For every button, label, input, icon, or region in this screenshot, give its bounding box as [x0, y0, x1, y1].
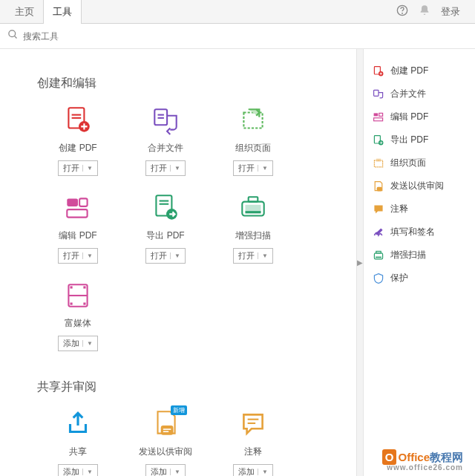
tool-open-button[interactable]: 打开▼ [233, 160, 273, 176]
svg-rect-31 [163, 431, 168, 432]
tool-send-review[interactable]: 新增 发送以供审阅 添加▼ [122, 408, 209, 476]
rich-media-icon [62, 280, 94, 311]
tool-edit-pdf[interactable]: 编辑 PDF 打开▼ [34, 192, 122, 264]
tab-tools[interactable]: 工具 [43, 0, 82, 24]
svg-rect-43 [376, 158, 381, 161]
svg-rect-30 [163, 428, 171, 430]
svg-rect-5 [72, 114, 82, 116]
tool-export-pdf[interactable]: 导出 PDF 打开▼ [122, 192, 209, 264]
send-review-icon [373, 180, 384, 192]
sidebar-item-label: 发送以供审阅 [390, 180, 444, 192]
svg-rect-45 [374, 252, 382, 258]
svg-rect-47 [376, 256, 381, 258]
top-bar: 主页 工具 登录 [0, 0, 475, 24]
svg-rect-28 [83, 302, 85, 304]
svg-rect-44 [377, 186, 382, 191]
combine-icon [150, 105, 181, 136]
comment-icon [238, 408, 269, 440]
tool-rich-media[interactable]: 富媒体 添加▼ [34, 280, 122, 351]
tool-label: 导出 PDF [146, 229, 184, 242]
tool-label: 编辑 PDF [59, 229, 96, 242]
svg-line-3 [14, 36, 16, 38]
tool-comment[interactable]: 注释 添加▼ [209, 408, 297, 476]
sidebar-item[interactable]: 组织页面 [370, 151, 469, 175]
edit-pdf-icon [373, 111, 384, 123]
svg-rect-16 [160, 200, 169, 202]
sidebar-item-label: 编辑 PDF [390, 111, 428, 123]
tool-label: 共享 [69, 446, 87, 458]
tool-label: 发送以供审阅 [139, 446, 192, 458]
chevron-down-icon: ▼ [170, 469, 180, 475]
help-icon[interactable] [396, 4, 408, 19]
tool-open-button[interactable]: 打开▼ [58, 248, 98, 264]
chevron-down-icon: ▼ [170, 165, 180, 172]
bell-icon[interactable] [419, 4, 430, 19]
chevron-down-icon: ▼ [82, 165, 93, 172]
tool-open-button[interactable]: 打开▼ [58, 160, 98, 176]
tool-label: 增强扫描 [235, 229, 271, 242]
tool-add-button[interactable]: 添加▼ [233, 464, 273, 476]
tool-label: 组织页面 [235, 142, 271, 154]
share-icon [62, 408, 94, 440]
sidebar-item[interactable]: 增强扫描 [370, 244, 469, 267]
svg-rect-29 [161, 426, 174, 435]
sidebar-item[interactable]: 发送以供审阅 [370, 175, 469, 198]
svg-rect-9 [158, 114, 164, 116]
sidebar: 创建 PDF合并文件编辑 PDF导出 PDF组织页面发送以供审阅注释填写和签名增… [364, 49, 475, 476]
svg-rect-27 [71, 302, 73, 304]
svg-rect-39 [374, 117, 383, 120]
svg-rect-17 [160, 203, 169, 205]
search-input[interactable] [23, 31, 468, 42]
organize-icon [373, 157, 384, 169]
sidebar-item[interactable]: 填写和签名 [370, 221, 469, 244]
svg-rect-21 [249, 197, 258, 201]
tool-label: 合并文件 [148, 142, 183, 154]
sidebar-item-label: 增强扫描 [390, 249, 426, 261]
sidebar-item[interactable]: 合并文件 [370, 82, 469, 105]
comment-icon [373, 203, 384, 215]
sidebar-item[interactable]: 保护 [370, 267, 469, 290]
tool-add-button[interactable]: 添加▼ [145, 464, 186, 476]
svg-rect-22 [246, 211, 261, 213]
section-title-create-edit: 创建和编辑 [37, 76, 341, 91]
tool-share[interactable]: 共享 添加▼ [34, 408, 122, 476]
login-link[interactable]: 登录 [441, 5, 460, 19]
tool-open-button[interactable]: 打开▼ [145, 248, 186, 264]
sidebar-item-label: 合并文件 [390, 88, 426, 100]
tab-home[interactable]: 主页 [6, 0, 43, 24]
create-pdf-icon [62, 105, 94, 136]
svg-rect-36 [374, 90, 379, 96]
tool-label: 注释 [244, 446, 262, 458]
svg-point-1 [402, 13, 403, 14]
svg-rect-6 [72, 117, 82, 119]
organize-icon [238, 105, 269, 136]
tool-create-pdf[interactable]: 创建 PDF 打开▼ [34, 105, 122, 176]
sidebar-item-label: 创建 PDF [390, 65, 428, 77]
sidebar-item[interactable]: 注释 [370, 198, 469, 221]
sidebar-item-label: 导出 PDF [390, 134, 428, 146]
panel-divider[interactable]: ▶ [356, 49, 364, 476]
svg-rect-10 [158, 117, 164, 119]
sidebar-item[interactable]: 编辑 PDF [370, 105, 469, 128]
tool-open-button[interactable]: 打开▼ [145, 160, 186, 176]
tool-add-button[interactable]: 添加▼ [58, 464, 98, 476]
tool-organize[interactable]: 组织页面 打开▼ [209, 105, 297, 176]
sidebar-item[interactable]: 创建 PDF [370, 59, 469, 82]
svg-rect-25 [71, 286, 73, 288]
tool-combine[interactable]: 合并文件 打开▼ [122, 105, 209, 176]
tool-open-button[interactable]: 打开▼ [233, 248, 273, 264]
tool-label: 富媒体 [65, 317, 91, 330]
tool-enhance-scan[interactable]: 增强扫描 打开▼ [209, 192, 297, 264]
svg-rect-46 [376, 251, 381, 252]
combine-icon [373, 88, 384, 100]
svg-rect-26 [83, 286, 85, 288]
enhance-scan-icon [238, 192, 269, 224]
tool-add-button[interactable]: 添加▼ [58, 336, 98, 351]
chevron-down-icon: ▼ [82, 252, 93, 259]
sidebar-item-label: 保护 [390, 272, 408, 284]
svg-rect-14 [67, 209, 87, 218]
export-pdf-icon [373, 134, 384, 146]
sidebar-item-label: 填写和签名 [390, 226, 435, 238]
sidebar-item[interactable]: 导出 PDF [370, 128, 469, 151]
main-panel: 创建和编辑 创建 PDF 打开▼ 合并文件 打开▼ 组织页面 [0, 49, 356, 476]
